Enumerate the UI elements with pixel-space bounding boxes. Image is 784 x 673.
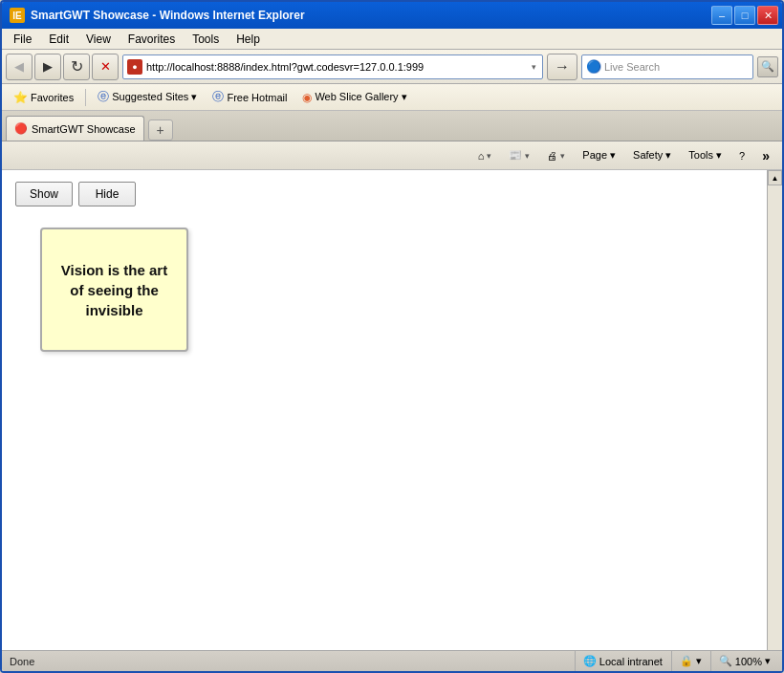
new-tab-button[interactable]: + bbox=[148, 119, 173, 141]
print-icon: 🖨 bbox=[547, 150, 557, 162]
search-placeholder: Live Search bbox=[604, 61, 749, 73]
slice-icon: ◉ bbox=[302, 91, 312, 104]
web-slice-gallery-button[interactable]: ◉ Web Slice Gallery ▾ bbox=[296, 89, 412, 106]
menu-help[interactable]: Help bbox=[229, 31, 268, 48]
active-tab[interactable]: 🔴 SmartGWT Showcase bbox=[6, 116, 144, 141]
lock-dropdown[interactable]: ▾ bbox=[696, 655, 702, 667]
window-title: SmartGWT Showcase - Windows Internet Exp… bbox=[31, 9, 305, 22]
favorites-label: Favorites bbox=[31, 92, 74, 103]
menu-bar: File Edit View Favorites Tools Help bbox=[2, 29, 782, 50]
feed-icon: 📰 bbox=[509, 149, 522, 162]
more-icon: » bbox=[762, 148, 770, 163]
lock-icon: 🔒 bbox=[680, 655, 693, 667]
ie-icon-2: ⓔ bbox=[212, 89, 224, 105]
menu-view[interactable]: View bbox=[78, 31, 119, 48]
back-button[interactable]: ◀ bbox=[6, 54, 33, 80]
search-brand-icon: 🔵 bbox=[586, 59, 601, 75]
zoom-section[interactable]: 🔍 100% ▾ bbox=[710, 651, 778, 672]
tools-button[interactable]: Tools ▾ bbox=[682, 144, 729, 167]
zoom-dropdown[interactable]: ▾ bbox=[765, 655, 771, 667]
refresh-button[interactable]: ↻ bbox=[63, 54, 90, 80]
scrollbar[interactable]: ▲ ▼ bbox=[767, 170, 782, 671]
star-icon: ⭐ bbox=[13, 91, 28, 104]
menu-tools[interactable]: Tools bbox=[185, 31, 227, 48]
tab-favicon: 🔴 bbox=[14, 122, 28, 135]
menu-favorites[interactable]: Favorites bbox=[120, 31, 183, 48]
help-button[interactable]: ? bbox=[732, 144, 751, 167]
page-button[interactable]: Page ▾ bbox=[576, 144, 622, 167]
address-icon: ● bbox=[127, 59, 142, 75]
favorites-button[interactable]: ⭐ Favorites bbox=[8, 89, 79, 106]
close-button[interactable]: ✕ bbox=[757, 6, 778, 25]
nav-bar: ◀ ▶ ↻ ✕ ● http://localhost:8888/index.ht… bbox=[2, 50, 782, 84]
menu-edit[interactable]: Edit bbox=[41, 31, 76, 48]
window-controls: – □ ✕ bbox=[711, 6, 778, 25]
tools-label: Tools ▾ bbox=[688, 149, 722, 162]
home-button[interactable]: ⌂ ▾ bbox=[471, 144, 499, 167]
tab-label: SmartGWT Showcase bbox=[32, 123, 136, 135]
favorites-bar: ⭐ Favorites ⓔ Suggested Sites ▾ ⓔ Free H… bbox=[2, 84, 782, 111]
free-hotmail-label: Free Hotmail bbox=[227, 92, 287, 103]
address-dropdown[interactable]: ▾ bbox=[530, 62, 538, 72]
status-bar: Done 🌐 Local intranet 🔒 ▾ 🔍 100% ▾ bbox=[2, 650, 782, 671]
safety-label: Safety ▾ bbox=[633, 149, 671, 162]
stop-button[interactable]: ✕ bbox=[92, 54, 119, 80]
hide-button[interactable]: Hide bbox=[78, 182, 136, 206]
print-button[interactable]: 🖨 ▾ bbox=[540, 144, 572, 167]
content-area: Show Hide Vision is the art of seeing th… bbox=[2, 170, 782, 671]
safety-button[interactable]: Safety ▾ bbox=[626, 144, 678, 167]
feed-button[interactable]: 📰 ▾ bbox=[502, 144, 536, 167]
show-button[interactable]: Show bbox=[15, 182, 73, 206]
status-done-text: Done bbox=[10, 656, 34, 667]
navigate-button[interactable]: → bbox=[547, 54, 577, 80]
free-hotmail-button[interactable]: ⓔ Free Hotmail bbox=[207, 87, 293, 107]
show-hide-bar: Show Hide bbox=[2, 170, 782, 218]
intranet-icon: 🌐 bbox=[583, 655, 597, 667]
search-button[interactable]: 🔍 bbox=[757, 56, 778, 77]
forward-button[interactable]: ▶ bbox=[34, 54, 61, 80]
intranet-section: 🌐 Local intranet bbox=[575, 651, 670, 672]
suggested-sites-button[interactable]: ⓔ Suggested Sites ▾ bbox=[92, 87, 203, 107]
intranet-label: Local intranet bbox=[599, 656, 663, 667]
page-label: Page ▾ bbox=[582, 149, 616, 162]
search-bar[interactable]: 🔵 Live Search bbox=[581, 54, 753, 79]
zoom-icon: 🔍 bbox=[719, 655, 732, 667]
ie-icon-1: ⓔ bbox=[98, 89, 109, 105]
scroll-up-button[interactable]: ▲ bbox=[768, 170, 782, 185]
minimize-button[interactable]: – bbox=[711, 6, 732, 25]
maximize-button[interactable]: □ bbox=[734, 6, 755, 25]
ie-toolbar: ⌂ ▾ 📰 ▾ 🖨 ▾ Page ▾ Safety ▾ Tools ▾ ? bbox=[2, 141, 782, 170]
quote-text: Vision is the art of seeing the invisibl… bbox=[54, 260, 175, 320]
status-right: 🌐 Local intranet 🔒 ▾ 🔍 100% ▾ bbox=[575, 651, 782, 672]
suggested-sites-label: Suggested Sites ▾ bbox=[112, 91, 197, 103]
address-url: http://localhost:8888/index.html?gwt.cod… bbox=[146, 61, 530, 73]
security-section: 🔒 ▾ bbox=[671, 651, 709, 672]
web-slice-label: Web Slice Gallery ▾ bbox=[315, 91, 406, 103]
help-icon: ? bbox=[739, 150, 745, 162]
title-bar: IE SmartGWT Showcase - Windows Internet … bbox=[2, 2, 782, 29]
home-icon: ⌂ bbox=[478, 150, 485, 162]
tab-bar: 🔴 SmartGWT Showcase + bbox=[2, 111, 782, 141]
menu-file[interactable]: File bbox=[6, 31, 39, 48]
browser-icon: IE bbox=[10, 8, 25, 23]
address-bar[interactable]: ● http://localhost:8888/index.html?gwt.c… bbox=[122, 54, 543, 79]
fav-separator-1 bbox=[85, 89, 86, 106]
more-button[interactable]: » bbox=[755, 144, 776, 167]
zoom-level: 100% bbox=[735, 656, 762, 667]
quote-box: Vision is the art of seeing the invisibl… bbox=[40, 228, 188, 352]
scroll-track bbox=[768, 185, 782, 656]
browser-window: IE SmartGWT Showcase - Windows Internet … bbox=[0, 0, 784, 673]
